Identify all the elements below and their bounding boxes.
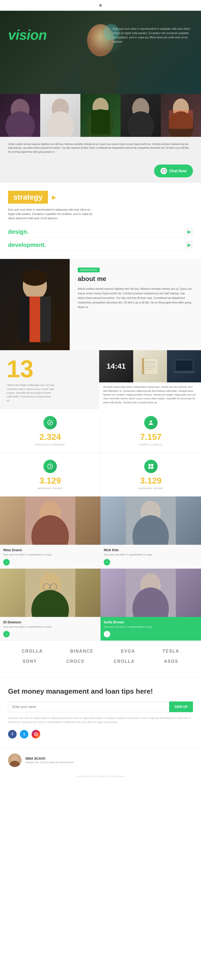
metric-cell-1: 7.157 HAPPY CLIENTS: [101, 409, 201, 453]
page-caption: Sample Text: Click to select the Text El…: [0, 772, 201, 780]
chat-now-button[interactable]: 💬 Chat Now: [154, 164, 193, 177]
team-cell-0: Nina Scavo Duis aute irure dolor in repr…: [0, 496, 100, 569]
svg-rect-40: [149, 467, 150, 469]
brand-logo-asos: asos: [164, 659, 178, 664]
team-desc-0: Duis aute irure dolor in reprehenderit i…: [3, 553, 97, 557]
brand-logo-crolla-2: CROLLA: [114, 659, 135, 664]
strategy-title: strategy: [8, 191, 48, 204]
svg-rect-10: [91, 110, 110, 134]
metric-svg-1: [148, 419, 154, 426]
metric-cell-0: 2.324 PROJECTS FINISHED: [0, 409, 100, 453]
svg-rect-57: [34, 733, 38, 736]
article-section: Article voident arrived express hightest…: [0, 137, 201, 159]
article-chat-row: 💬 Chat Now: [0, 159, 201, 183]
team-person-svg-0: [0, 496, 100, 545]
footer-info: NINA SCAVO Sample Text: Click to select …: [25, 757, 73, 764]
metric-label-2: WORKING HOURS: [7, 487, 94, 490]
about-badge: DESIGN BLOG: [78, 267, 100, 272]
strategy-link-development[interactable]: development. ▶: [8, 239, 193, 251]
svg-rect-31: [176, 361, 192, 370]
laptop-svg: [172, 356, 196, 377]
svg-rect-30: [173, 372, 195, 373]
stats-images-row: 14:41: [99, 350, 201, 382]
twitter-icon[interactable]: t: [20, 730, 28, 738]
team-section: Nina Scavo Duis aute irure dolor in repr…: [0, 496, 201, 641]
metric-icon-0: [43, 416, 57, 430]
stats-image-laptop: [167, 350, 201, 382]
brands-row-1: CROLLA BINANCE EVGA TESLA: [8, 649, 193, 654]
stats-description: Ultrices leo integer malesuada nunc vel …: [7, 383, 55, 402]
team-cell-2: Di Dowson Duis aute irure dolor in repre…: [0, 569, 100, 641]
svg-point-59: [37, 733, 37, 733]
team-info-0: Nina Scavo Duis aute irure dolor in repr…: [0, 545, 100, 569]
newsletter-submit-button[interactable]: SIGN UP: [169, 702, 193, 712]
svg-rect-15: [169, 110, 193, 129]
team-arrow-3[interactable]: →: [104, 631, 110, 637]
stats-image-book: [133, 350, 167, 382]
team-name-3: Sofia Brown: [104, 620, 198, 624]
social-icons-row: f t: [8, 730, 193, 738]
metric-label-3: WORKING HOURS: [108, 487, 195, 490]
article-text: Article voident arrived express hightest…: [8, 142, 193, 154]
svg-rect-19: [19, 296, 30, 342]
team-name-1: Nick Kim: [104, 548, 198, 552]
team-arrow-2[interactable]: →: [3, 631, 9, 637]
team-photo-2: [0, 569, 100, 617]
brand-logo-tesla: TESLA: [162, 649, 179, 654]
metric-number-0: 2.324: [7, 432, 94, 442]
brand-logo-crocs: crocs: [66, 659, 84, 664]
team-person-svg-3: [100, 569, 201, 617]
metric-cell-2: 3.129 WORKING HOURS: [0, 453, 100, 496]
team-cell-1: Nick Kim Duis aute irure dolor in repreh…: [100, 496, 201, 569]
strategy-link-design[interactable]: design. ▶: [8, 226, 193, 238]
facebook-icon[interactable]: f: [8, 730, 17, 738]
team-info-1: Nick Kim Duis aute irure dolor in repreh…: [100, 545, 201, 569]
metric-number-3: 3.129: [108, 476, 195, 486]
strategy-description: Duis aute irure dolor in reprehenderit i…: [8, 208, 94, 221]
team-desc-2: Duis aute irure dolor in reprehenderit i…: [3, 625, 97, 629]
footer-avatar: [8, 754, 21, 767]
svg-point-36: [150, 420, 152, 423]
strategy-link-design-arrow: ▶: [185, 228, 193, 235]
brands-row-2: SONY crocs CROLLA asos: [8, 659, 193, 664]
brand-logo-crolla-1: CROLLA: [22, 649, 43, 654]
strategy-links: design. ▶ development. ▶: [8, 226, 193, 251]
svg-rect-22: [142, 358, 158, 374]
strategy-section: strategy ▶ Duis aute irure dolor in repr…: [0, 183, 201, 259]
team-photo-0: [0, 496, 100, 545]
footer-name: NINA SCAVO: [25, 757, 73, 760]
team-cell-3: Sofia Brown Duis aute irure dolor in rep…: [100, 569, 201, 641]
team-desc-1: Duis aute irure dolor in reprehenderit i…: [104, 553, 198, 557]
team-info-3: Sofia Brown Duis aute irure dolor in rep…: [100, 617, 201, 641]
stats-image-clock: 14:41: [99, 350, 133, 382]
metric-label-0: PROJECTS FINISHED: [7, 443, 94, 446]
newsletter-input[interactable]: [8, 702, 169, 712]
metric-svg-2: [47, 463, 53, 469]
hero-person-container: [74, 11, 127, 94]
stats-top-section: 13 Ultrices leo integer malesuada nunc v…: [0, 350, 201, 409]
svg-rect-39: [151, 464, 153, 466]
strategy-link-design-text: design.: [8, 228, 28, 235]
gallery-item-4: [120, 94, 161, 137]
team-name-0: Nina Scavo: [3, 548, 97, 552]
hamburger-icon[interactable]: ≡: [99, 3, 102, 8]
brand-logo-binance: BINANCE: [70, 649, 93, 654]
team-name-2: Di Dowson: [3, 620, 97, 624]
about-left-panel: [0, 259, 70, 350]
team-row-2: Di Dowson Duis aute irure dolor in repre…: [0, 569, 201, 641]
strategy-header: strategy ▶: [8, 191, 193, 204]
team-person-svg-2: [0, 569, 100, 617]
gallery-item-3: [81, 94, 120, 137]
svg-rect-38: [149, 464, 150, 466]
team-arrow-1[interactable]: →: [104, 559, 110, 565]
hero-section: vision Duis aute irure dolor in reprehen…: [0, 11, 201, 94]
gallery-section: [0, 94, 201, 137]
metric-number-2: 3.129: [7, 476, 94, 486]
svg-rect-41: [151, 467, 153, 469]
team-arrow-0[interactable]: →: [3, 559, 9, 565]
nav-bar: ≡: [0, 0, 201, 11]
about-title: about me: [78, 275, 193, 283]
svg-point-0: [82, 54, 119, 94]
stats-right-panel: 14:41: [99, 350, 201, 409]
instagram-icon[interactable]: [32, 730, 40, 738]
